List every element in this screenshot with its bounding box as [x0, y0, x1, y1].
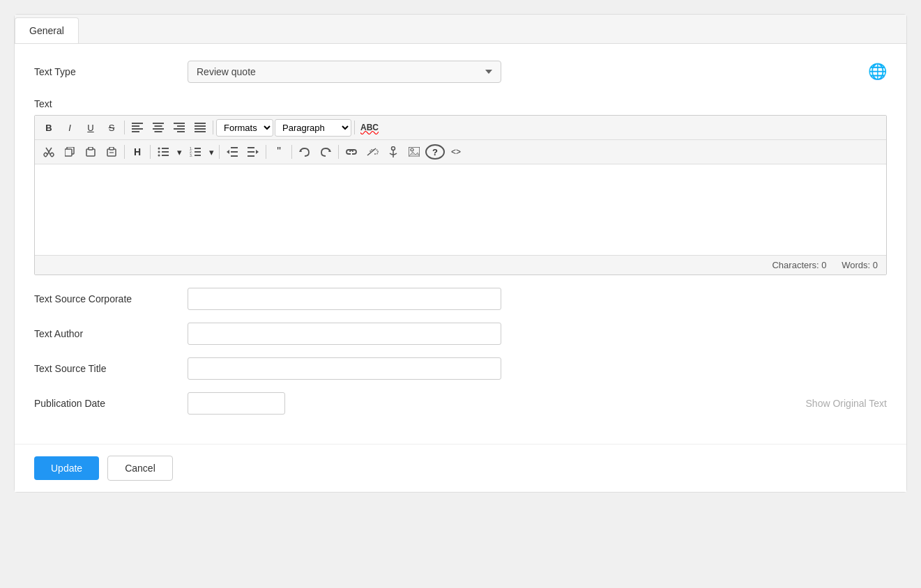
svg-rect-39	[248, 147, 254, 148]
update-button[interactable]: Update	[34, 456, 99, 480]
separator	[124, 145, 125, 159]
cancel-button[interactable]: Cancel	[107, 456, 173, 481]
show-original-text-link[interactable]: Show Original Text	[806, 398, 887, 409]
characters-label: Characters:	[772, 260, 819, 270]
tabs-bar: General	[15, 15, 906, 44]
help-button[interactable]: ?	[425, 144, 445, 160]
text-source-title-label: Text Source Title	[34, 357, 188, 374]
unlink-button[interactable]	[363, 143, 382, 161]
svg-marker-50	[409, 152, 420, 157]
svg-rect-34	[195, 155, 201, 156]
svg-rect-32	[195, 148, 201, 149]
svg-rect-12	[195, 123, 206, 124]
paste-text-button[interactable]	[102, 143, 121, 161]
spellcheck-button[interactable]: ABC	[358, 118, 381, 137]
words-value: 0	[873, 260, 878, 270]
words-label: Words:	[842, 260, 870, 270]
svg-rect-28	[162, 155, 169, 156]
separator	[354, 121, 355, 134]
svg-point-24	[158, 151, 160, 153]
text-source-title-control	[188, 357, 887, 380]
bold-button[interactable]: B	[39, 118, 59, 137]
svg-rect-33	[195, 151, 201, 153]
strikethrough-button[interactable]: S	[102, 118, 121, 137]
svg-rect-40	[248, 151, 254, 153]
tab-general[interactable]: General	[15, 17, 79, 43]
footer-buttons: Update Cancel	[15, 444, 906, 492]
align-justify-button[interactable]	[190, 118, 210, 137]
indent-button[interactable]	[243, 143, 263, 161]
svg-rect-35	[231, 147, 238, 148]
svg-rect-21	[109, 147, 114, 150]
anchor-button[interactable]	[383, 143, 403, 161]
paragraph-select[interactable]: Paragraph	[275, 119, 351, 137]
text-author-control	[188, 323, 887, 345]
text-author-input[interactable]	[188, 323, 501, 345]
text-type-row: Text Type Review quote Summary Descripti…	[34, 61, 887, 83]
text-source-corporate-control	[188, 288, 887, 310]
form-content: Text Type Review quote Summary Descripti…	[15, 44, 906, 444]
numbered-list-dropdown[interactable]: ▾	[206, 143, 216, 161]
bullet-list-dropdown[interactable]: ▾	[174, 143, 184, 161]
svg-rect-37	[231, 155, 238, 157]
svg-text:3.: 3.	[190, 153, 192, 157]
svg-rect-4	[153, 123, 164, 124]
italic-button[interactable]: I	[60, 118, 79, 137]
svg-rect-11	[177, 131, 185, 132]
text-type-select[interactable]: Review quote Summary Description Abstrac…	[188, 61, 501, 83]
image-button[interactable]	[404, 143, 424, 161]
separator	[338, 145, 339, 159]
text-source-corporate-input[interactable]	[188, 288, 501, 310]
publication-date-row: Publication Date Show Original Text	[34, 392, 887, 415]
underline-button[interactable]: U	[81, 118, 100, 137]
text-source-title-input[interactable]	[188, 357, 501, 380]
separator	[213, 121, 213, 134]
toolbar-row-2: H ▾ 1.2.3. ▾ "	[35, 140, 886, 164]
cut-button[interactable]	[39, 143, 59, 161]
svg-rect-9	[177, 125, 185, 127]
separator	[266, 145, 266, 159]
svg-rect-7	[155, 131, 162, 132]
characters-value: 0	[821, 260, 826, 270]
separator	[124, 121, 125, 134]
bullet-list-button[interactable]	[153, 143, 173, 161]
svg-point-25	[158, 155, 160, 157]
source-code-button[interactable]: <>	[446, 143, 466, 161]
toolbar-row-1: B I U S Formats	[35, 116, 886, 140]
numbered-list-button[interactable]: 1.2.3.	[185, 143, 205, 161]
svg-rect-1	[132, 125, 139, 127]
svg-rect-2	[132, 128, 143, 130]
link-button[interactable]	[342, 143, 361, 161]
svg-rect-5	[155, 125, 162, 127]
align-right-button[interactable]	[169, 118, 189, 137]
svg-point-23	[158, 148, 160, 150]
svg-rect-41	[248, 155, 254, 157]
formats-select[interactable]: Formats	[216, 119, 273, 137]
nonbreaking-button[interactable]: H	[128, 143, 147, 161]
align-left-button[interactable]	[128, 118, 147, 137]
publication-date-input[interactable]	[188, 392, 285, 415]
align-center-button[interactable]	[149, 118, 168, 137]
svg-rect-17	[65, 149, 72, 156]
svg-rect-26	[162, 148, 169, 149]
text-author-row: Text Author	[34, 323, 887, 345]
main-container: General Text Type Review quote Summary D…	[14, 14, 907, 493]
outdent-button[interactable]	[222, 143, 242, 161]
blockquote-button[interactable]: "	[269, 143, 289, 161]
undo-button[interactable]	[295, 143, 314, 161]
svg-rect-19	[89, 147, 93, 150]
svg-marker-42	[256, 150, 259, 154]
redo-button[interactable]	[316, 143, 335, 161]
separator	[150, 145, 151, 159]
svg-marker-38	[227, 150, 229, 154]
svg-rect-14	[195, 128, 206, 130]
separator	[291, 145, 292, 159]
text-source-corporate-row: Text Source Corporate	[34, 288, 887, 310]
editor-footer: Characters: 0 Words: 0	[35, 255, 886, 274]
rich-text-editor: B I U S Formats	[34, 115, 887, 275]
paste-button[interactable]	[81, 143, 100, 161]
svg-rect-15	[195, 131, 206, 132]
editor-content-area[interactable]	[35, 164, 886, 255]
copy-button[interactable]	[60, 143, 79, 161]
text-type-label: Text Type	[34, 66, 188, 77]
